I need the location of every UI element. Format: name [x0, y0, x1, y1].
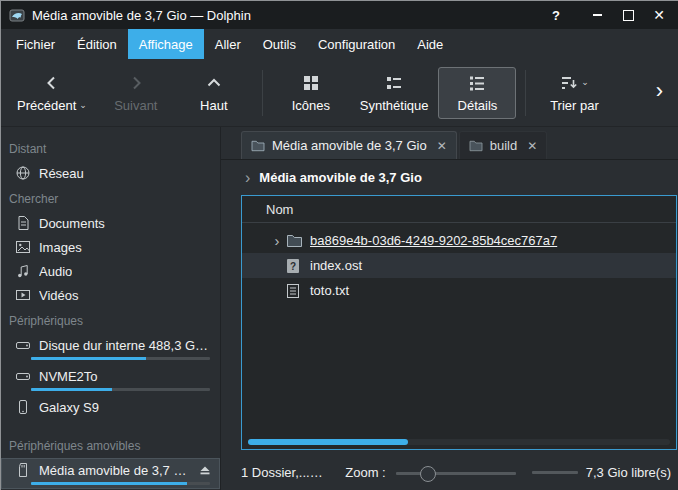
titlebar[interactable]: Média amovible de 3,7 Gio — Dolphin ? ✕	[1, 1, 678, 29]
sidebar-item-label: Images	[39, 240, 82, 255]
breadcrumb: › Média amovible de 3,7 Gio	[221, 160, 678, 195]
up-button[interactable]: Haut	[175, 67, 253, 119]
column-header-row: Nom	[242, 196, 676, 223]
minimize-button[interactable]	[585, 4, 609, 26]
file-row-folder[interactable]: › ba869e4b-03d6-4249-9202-85b4cec767a7	[242, 228, 676, 253]
sidebar-item-label: NVME2To	[39, 369, 98, 384]
menu-item-outils[interactable]: Outils	[252, 29, 307, 59]
places-panel: Distant Réseau Chercher Documents Images	[1, 127, 221, 490]
sidebar-item-videos[interactable]: Vidéos	[1, 283, 220, 307]
capacity-bar-fill	[31, 388, 112, 391]
horizontal-scrollbar[interactable]	[248, 439, 670, 445]
tab-label: build	[490, 138, 517, 153]
sidebar-item-label: Documents	[39, 216, 105, 231]
column-header-nom[interactable]: Nom	[266, 202, 293, 217]
zoom-slider-handle[interactable]	[420, 466, 436, 482]
network-icon	[15, 165, 31, 181]
view-icons-button[interactable]: Icônes	[272, 67, 350, 119]
sidebar-item-nvme2to[interactable]: NVME2To	[1, 364, 220, 395]
section-distant: Distant Réseau	[1, 135, 220, 185]
sd-card-icon	[15, 462, 31, 478]
tab-close-button[interactable]: ✕	[527, 139, 537, 153]
expand-arrow-icon[interactable]: ›	[268, 233, 286, 248]
menu-item-configuration[interactable]: Configuration	[307, 29, 406, 59]
window-title: Média amovible de 3,7 Gio — Dolphin	[32, 8, 251, 23]
view-details-button[interactable]: Détails	[438, 67, 516, 119]
sidebar-item-images[interactable]: Images	[1, 235, 220, 259]
unknown-file-icon: ?	[286, 258, 304, 274]
capacity-bar-fill	[31, 357, 146, 360]
maximize-button[interactable]	[616, 4, 640, 26]
tab-label: Média amovible de 3,7 Gio	[272, 138, 427, 153]
help-button[interactable]: ?	[544, 4, 568, 26]
dolphin-app-icon	[9, 7, 25, 23]
sidebar-item-galaxy-s9[interactable]: Galaxy S9	[1, 395, 220, 419]
capacity-bar-fill	[31, 482, 187, 485]
hard-drive-icon	[15, 337, 31, 353]
sidebar-item-label: Disque dur interne 488,3 G…	[39, 338, 208, 353]
sidebar-item-documents[interactable]: Documents	[1, 211, 220, 235]
scrollbar-thumb[interactable]	[248, 439, 408, 445]
menu-item-aide[interactable]: Aide	[406, 29, 454, 59]
file-row-toto-txt[interactable]: toto.txt	[242, 278, 676, 303]
menu-item-edition[interactable]: Édition	[66, 29, 128, 59]
forward-label: Suivant	[114, 98, 157, 113]
sidebar-item-label: Réseau	[39, 166, 84, 181]
zoom-slider-track[interactable]	[396, 472, 516, 475]
sidebar-item-label: Audio	[39, 264, 72, 279]
sidebar-item-media-amovible[interactable]: Média amovible de 3,7 …	[1, 458, 220, 489]
tab-media-amovible[interactable]: Média amovible de 3,7 Gio ✕	[241, 131, 457, 159]
section-chercher: Chercher Documents Images Audio Vidéos	[1, 185, 220, 307]
folder-icon	[469, 140, 483, 152]
menu-item-fichier[interactable]: Fichier	[5, 29, 66, 59]
eject-button[interactable]	[198, 463, 212, 477]
menu-item-affichage[interactable]: Affichage	[128, 29, 204, 59]
section-header-peripheriques: Périphériques	[1, 307, 220, 333]
audio-icon	[15, 263, 31, 279]
zoom-label: Zoom :	[345, 465, 385, 480]
capacity-bar	[31, 357, 210, 360]
file-name: ba869e4b-03d6-4249-9202-85b4cec767a7	[310, 233, 557, 248]
free-space-label: 7,3 Gio libre(s)	[586, 465, 671, 480]
toolbar: Précédent⌄ Suivant Haut Icônes Synthétiq…	[1, 59, 678, 127]
toolbar-overflow-button[interactable]: ›	[646, 80, 673, 106]
main-area: Média amovible de 3,7 Gio ✕ build ✕ › Mé…	[221, 127, 678, 490]
zoom-slider[interactable]	[396, 465, 516, 481]
sort-icon	[560, 74, 578, 92]
maximize-icon	[623, 10, 634, 21]
status-bar: 1 Dossier,...ers (99 o) Zoom : 7,3 Gio l…	[221, 454, 678, 490]
window-body: Distant Réseau Chercher Documents Images	[1, 127, 678, 490]
chevron-up-icon	[205, 74, 223, 92]
close-button[interactable]: ✕	[647, 4, 671, 26]
capacity-bar	[31, 388, 210, 391]
smartphone-icon	[15, 399, 31, 415]
svg-text:?: ?	[290, 260, 296, 271]
file-view[interactable]: Nom › ba869e4b-03d6-4249-9202-85b4cec767…	[241, 195, 677, 450]
section-header-distant: Distant	[1, 135, 220, 161]
capacity-bar	[31, 482, 210, 485]
sidebar-item-audio[interactable]: Audio	[1, 259, 220, 283]
hard-drive-icon	[15, 368, 31, 384]
free-space-indicator: 7,3 Gio libre(s)	[532, 465, 671, 480]
free-space-bar	[532, 471, 578, 474]
sidebar-item-reseau[interactable]: Réseau	[1, 161, 220, 185]
breadcrumb-chevron-icon[interactable]: ›	[245, 170, 250, 186]
menu-item-aller[interactable]: Aller	[204, 29, 252, 59]
section-header-chercher: Chercher	[1, 185, 220, 211]
chevron-right-icon	[127, 74, 145, 92]
minimize-icon	[593, 14, 602, 16]
view-details-label: Détails	[458, 98, 498, 113]
breadcrumb-location[interactable]: Média amovible de 3,7 Gio	[259, 170, 422, 185]
file-list: › ba869e4b-03d6-4249-9202-85b4cec767a7 ?…	[242, 223, 676, 303]
image-icon	[15, 239, 31, 255]
sort-by-button[interactable]: ⌄ Trier par	[535, 67, 613, 119]
sidebar-item-disque-dur-interne[interactable]: Disque dur interne 488,3 G…	[1, 333, 220, 364]
back-button[interactable]: Précédent⌄	[7, 67, 97, 119]
selection-summary: 1 Dossier,...ers (99 o)	[241, 465, 329, 480]
file-row-index-ost[interactable]: ? index.ost	[242, 253, 676, 278]
tab-close-button[interactable]: ✕	[437, 139, 447, 153]
view-compact-button[interactable]: Synthétique	[350, 67, 439, 119]
forward-button[interactable]: Suivant	[97, 67, 175, 119]
section-peripheriques-amovibles: Périphériques amovibles Média amovible d…	[1, 432, 220, 489]
tab-build[interactable]: build ✕	[459, 131, 548, 159]
